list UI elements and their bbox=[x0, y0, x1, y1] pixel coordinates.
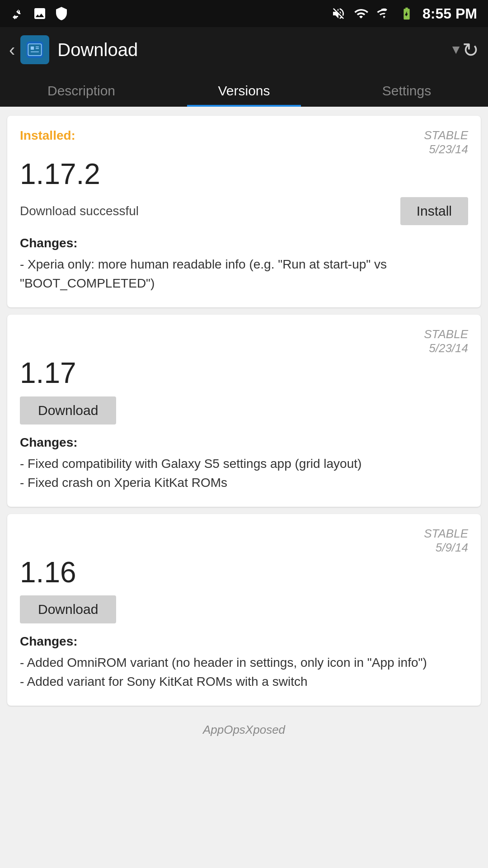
refresh-button[interactable]: ↻ bbox=[462, 38, 479, 61]
version-meta-116: STABLE 5/9/14 bbox=[424, 527, 468, 555]
version-card-117: STABLE 5/23/14 1.17 Download Changes: - … bbox=[7, 315, 481, 506]
shield-icon bbox=[54, 6, 69, 21]
app-icon bbox=[20, 35, 49, 64]
dropdown-arrow: ▼ bbox=[450, 42, 462, 57]
version-meta-117: STABLE 5/23/14 bbox=[424, 327, 468, 355]
version-number-116: 1.16 bbox=[20, 557, 468, 588]
app-bar: ‹ Download ▼ ↻ bbox=[0, 27, 488, 72]
version-number-117: 1.17 bbox=[20, 357, 468, 389]
app-icon-svg bbox=[25, 40, 45, 60]
version-channel-117: STABLE bbox=[424, 327, 468, 341]
version-channel-116: STABLE bbox=[424, 527, 468, 541]
status-icons-right: 8:55 PM bbox=[331, 5, 477, 22]
status-icons-left bbox=[11, 6, 69, 21]
svg-rect-2 bbox=[31, 47, 34, 50]
changes-text-1172: - Xperia only: more human readable info … bbox=[20, 255, 468, 293]
usb-icon bbox=[11, 6, 25, 21]
install-button-1172[interactable]: Install bbox=[400, 197, 468, 225]
footer-app-name: AppOpsXposed bbox=[203, 723, 285, 736]
tabs-bar: Description Versions Settings bbox=[0, 72, 488, 107]
version-date-1172: 5/23/14 bbox=[424, 142, 468, 156]
version-status-1172: Download successful bbox=[20, 204, 139, 218]
mute-icon bbox=[331, 6, 346, 21]
changes-label-117: Changes: bbox=[20, 435, 468, 450]
status-bar: 8:55 PM bbox=[0, 0, 488, 27]
changes-label-116: Changes: bbox=[20, 634, 468, 649]
version-header-116: STABLE 5/9/14 bbox=[20, 527, 468, 555]
download-button-117[interactable]: Download bbox=[20, 396, 116, 425]
version-number-1172: 1.17.2 bbox=[20, 158, 468, 190]
version-card-1172: Installed: STABLE 5/23/14 1.17.2 Downloa… bbox=[7, 116, 481, 307]
status-time: 8:55 PM bbox=[422, 5, 477, 22]
version-date-116: 5/9/14 bbox=[424, 541, 468, 555]
tab-description[interactable]: Description bbox=[0, 72, 163, 107]
signal-icon bbox=[376, 6, 391, 21]
version-action-row-1172: Download successful Install bbox=[20, 197, 468, 225]
app-bar-title: Download bbox=[57, 40, 445, 60]
version-meta-1172: STABLE 5/23/14 bbox=[424, 128, 468, 156]
image-icon bbox=[33, 6, 47, 21]
version-date-117: 5/23/14 bbox=[424, 341, 468, 355]
svg-rect-1 bbox=[28, 44, 42, 56]
svg-rect-4 bbox=[36, 48, 39, 49]
wifi-icon bbox=[353, 6, 369, 21]
tab-settings[interactable]: Settings bbox=[325, 72, 488, 107]
changes-label-1172: Changes: bbox=[20, 236, 468, 250]
changes-text-116: - Added OmniROM variant (no header in se… bbox=[20, 653, 468, 691]
version-header-117: STABLE 5/23/14 bbox=[20, 327, 468, 355]
version-channel-1172: STABLE bbox=[424, 128, 468, 142]
versions-content: Installed: STABLE 5/23/14 1.17.2 Downloa… bbox=[0, 107, 488, 715]
download-button-116[interactable]: Download bbox=[20, 595, 116, 623]
back-button[interactable]: ‹ bbox=[9, 40, 15, 60]
svg-rect-5 bbox=[31, 52, 39, 52]
version-card-116: STABLE 5/9/14 1.16 Download Changes: - A… bbox=[7, 514, 481, 706]
battery-icon bbox=[398, 6, 415, 21]
svg-rect-3 bbox=[36, 47, 39, 47]
tab-versions[interactable]: Versions bbox=[163, 72, 325, 107]
version-header-1172: Installed: STABLE 5/23/14 bbox=[20, 128, 468, 156]
installed-label: Installed: bbox=[20, 128, 75, 143]
changes-text-117: - Fixed compatibility with Galaxy S5 set… bbox=[20, 454, 468, 492]
footer: AppOpsXposed bbox=[0, 715, 488, 742]
